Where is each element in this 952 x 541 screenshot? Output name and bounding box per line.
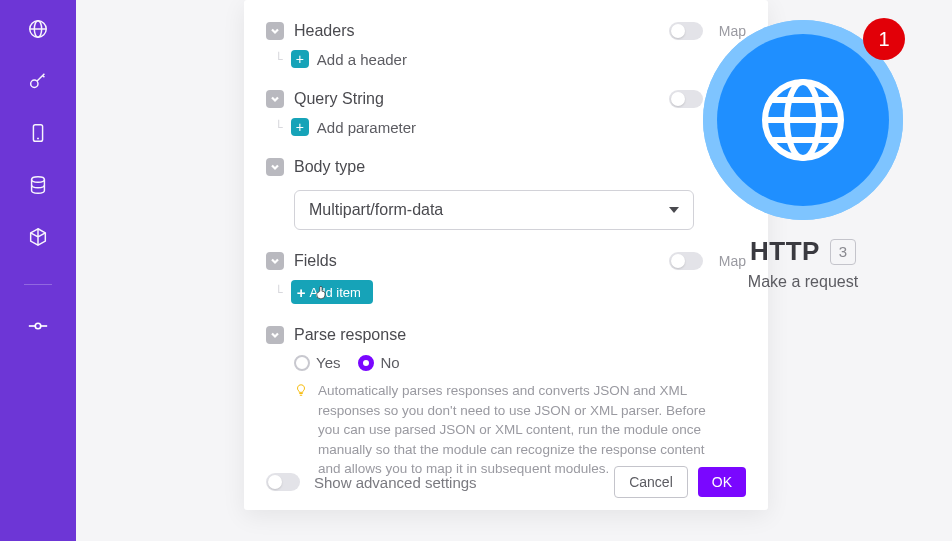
add-parameter-button[interactable]: Add parameter <box>317 119 416 136</box>
body-type-section: Body type Multipart/form-data <box>266 158 746 230</box>
plus-icon[interactable]: + <box>291 50 309 68</box>
node-circle: 1 <box>703 20 903 220</box>
body-type-value: Multipart/form-data <box>309 201 443 219</box>
mobile-icon[interactable] <box>27 122 49 144</box>
sidebar-separator <box>24 284 52 285</box>
parse-response-section: Parse response Yes No Automatically pars… <box>266 326 746 479</box>
plus-icon: + <box>297 284 306 301</box>
fields-section: Fields Map └ + Add item <box>266 252 746 304</box>
lightbulb-icon <box>294 383 308 479</box>
body-type-select[interactable]: Multipart/form-data <box>294 190 694 230</box>
panel-footer: Show advanced settings Cancel OK <box>266 466 746 498</box>
svg-point-3 <box>31 80 38 87</box>
node-count: 3 <box>830 239 856 265</box>
advanced-label: Show advanced settings <box>314 474 477 491</box>
parse-hint: Automatically parses responses and conve… <box>318 381 718 479</box>
database-icon[interactable] <box>27 174 49 196</box>
chevron-down-icon[interactable] <box>266 158 284 176</box>
plus-icon[interactable]: + <box>291 118 309 136</box>
caret-down-icon <box>669 207 679 213</box>
query-section: Query String Map └ + Add parameter <box>266 90 746 136</box>
http-module-node[interactable]: 1 HTTP 3 Make a request <box>698 20 908 291</box>
chevron-down-icon[interactable] <box>266 22 284 40</box>
left-sidebar <box>0 0 76 541</box>
query-label: Query String <box>294 90 384 108</box>
cube-icon[interactable] <box>27 226 49 248</box>
radio-icon <box>294 355 310 371</box>
tree-branch-icon: └ <box>275 52 283 67</box>
radio-selected-icon <box>358 355 374 371</box>
parse-yes-radio[interactable]: Yes <box>294 354 340 371</box>
chevron-down-icon[interactable] <box>266 90 284 108</box>
fields-label: Fields <box>294 252 337 270</box>
tree-branch-icon: └ <box>275 120 283 135</box>
parse-yes-label: Yes <box>316 354 340 371</box>
node-title: HTTP <box>750 236 820 267</box>
parse-no-radio[interactable]: No <box>358 354 399 371</box>
body-type-label: Body type <box>294 158 365 176</box>
globe-large-icon <box>753 70 853 170</box>
advanced-toggle[interactable] <box>266 473 300 491</box>
node-badge: 1 <box>863 18 905 60</box>
add-item-button[interactable]: + Add item <box>291 280 373 304</box>
canvas: Headers Map └ + Add a header Query Strin… <box>76 0 952 541</box>
headers-section: Headers Map └ + Add a header <box>266 22 746 68</box>
parse-label: Parse response <box>294 326 406 344</box>
parse-no-label: No <box>380 354 399 371</box>
svg-point-6 <box>32 177 45 183</box>
headers-label: Headers <box>294 22 354 40</box>
config-panel: Headers Map └ + Add a header Query Strin… <box>244 0 768 510</box>
node-subtitle: Make a request <box>748 273 858 291</box>
chevron-down-icon[interactable] <box>266 326 284 344</box>
globe-icon[interactable] <box>27 18 49 40</box>
tree-branch-icon: └ <box>275 285 283 300</box>
commit-icon[interactable] <box>27 315 49 337</box>
chevron-down-icon[interactable] <box>266 252 284 270</box>
cursor-hand-icon <box>313 283 331 304</box>
svg-point-7 <box>35 323 41 329</box>
cancel-button[interactable]: Cancel <box>614 466 688 498</box>
key-icon[interactable] <box>27 70 49 92</box>
ok-button[interactable]: OK <box>698 467 746 497</box>
add-header-button[interactable]: Add a header <box>317 51 407 68</box>
